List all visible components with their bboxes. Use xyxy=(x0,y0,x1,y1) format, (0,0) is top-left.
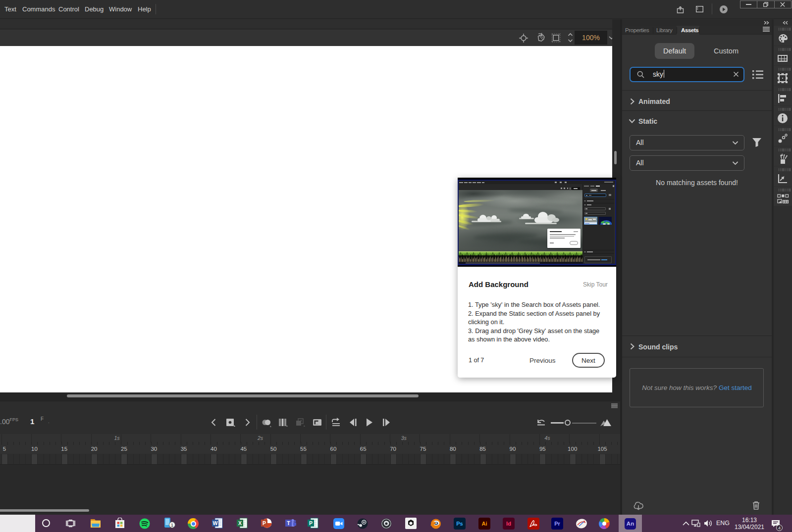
svg-text:X: X xyxy=(238,520,242,526)
svg-text:P: P xyxy=(263,520,266,526)
svg-text:T: T xyxy=(287,520,290,526)
svg-text:W: W xyxy=(213,520,218,526)
svg-text:P: P xyxy=(309,520,313,526)
